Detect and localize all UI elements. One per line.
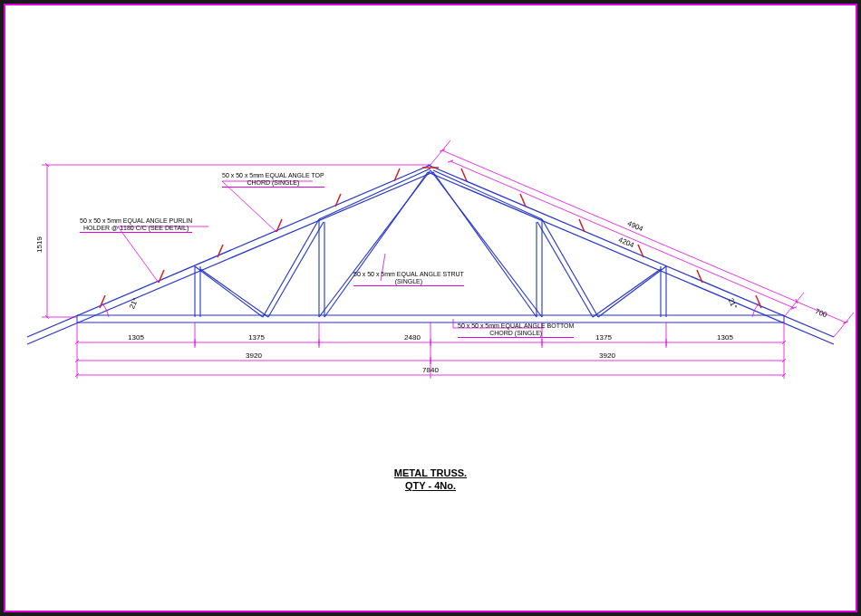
svg-line-25 (598, 266, 666, 317)
svg-text:1305: 1305 (717, 333, 733, 342)
annotation-top-chord: 50 x 50 x 5mm EQUAL ANGLE TOPCHORD (SING… (222, 172, 324, 188)
title-block: METAL TRUSS. QTY - 4No. (0, 467, 861, 493)
svg-line-69 (222, 181, 276, 232)
svg-line-19 (319, 170, 430, 317)
svg-line-65 (834, 313, 854, 337)
svg-text:4904: 4904 (626, 219, 644, 233)
svg-text:7840: 7840 (422, 366, 439, 374)
svg-text:21°: 21° (727, 297, 739, 311)
svg-line-33 (218, 245, 223, 257)
svg-text:3920: 3920 (246, 351, 262, 360)
svg-text:2480: 2480 (404, 333, 421, 342)
svg-line-17 (319, 168, 430, 219)
title-line1: METAL TRUSS. (0, 467, 861, 479)
svg-line-71 (118, 226, 159, 283)
svg-line-6 (428, 172, 834, 344)
svg-line-32 (159, 270, 164, 283)
svg-line-5 (428, 165, 834, 337)
svg-text:1375: 1375 (595, 333, 612, 342)
svg-text:1305: 1305 (128, 333, 144, 342)
svg-text:1375: 1375 (248, 333, 265, 342)
svg-line-13 (263, 219, 319, 317)
svg-text:1519: 1519 (35, 236, 44, 253)
svg-line-3 (27, 165, 430, 337)
svg-text:3920: 3920 (599, 351, 615, 360)
annotation-strut: 50 x 50 x 5mm EQUAL ANGLE STRUT(SINGLE) (353, 271, 464, 286)
annotation-bottom-chord: 50 x 50 x 5mm EQUAL ANGLE BOTTOMCHORD (S… (458, 322, 574, 338)
svg-line-66 (442, 150, 846, 322)
svg-line-24 (537, 222, 593, 317)
svg-line-14 (268, 222, 324, 317)
svg-line-12 (200, 269, 268, 317)
svg-line-68 (450, 161, 794, 308)
annotation-purlin-holder: 50 x 50 x 5mm EQUAL ANGLE PURLINHOLDER @… (80, 217, 192, 233)
truss-drawing: 1305 1375 2480 1375 1305 3920 3920 7840 … (0, 0, 861, 616)
svg-line-4 (27, 172, 433, 344)
svg-text:4204: 4204 (617, 236, 635, 249)
svg-line-42 (697, 270, 702, 283)
svg-text:700: 700 (814, 307, 828, 320)
drawing-frame: 1305 1375 2480 1375 1305 3920 3920 7840 … (0, 0, 861, 616)
svg-line-26 (593, 269, 661, 317)
svg-text:21°: 21° (128, 297, 140, 311)
svg-line-11 (195, 266, 263, 317)
title-line2: QTY - 4No. (0, 479, 861, 492)
